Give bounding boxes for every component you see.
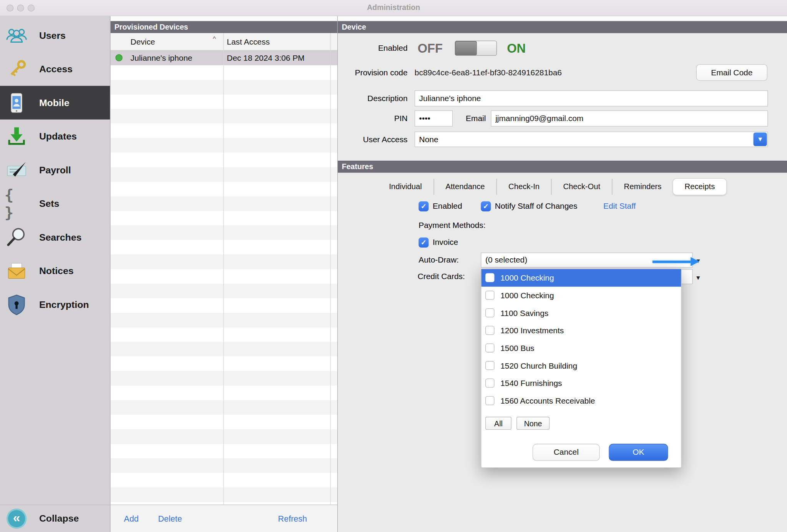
- auto-draw-select[interactable]: (0 selected): [481, 253, 692, 268]
- features-tab-bar: Individual Attendance Check-In Check-Out…: [377, 179, 726, 195]
- delete-device-button[interactable]: Delete: [158, 505, 182, 532]
- sort-ascending-icon[interactable]: ^: [213, 35, 216, 43]
- mobile-icon: [5, 91, 29, 115]
- cancel-button[interactable]: Cancel: [533, 444, 600, 461]
- ok-button[interactable]: OK: [609, 444, 668, 461]
- checkbox-unchecked[interactable]: [485, 361, 495, 370]
- payroll-check-icon: [5, 158, 29, 182]
- tab-receipts[interactable]: Receipts: [673, 179, 727, 195]
- sidebar-item-users[interactable]: Users: [0, 18, 110, 52]
- notify-staff-checkbox[interactable]: ✓: [481, 201, 491, 211]
- email-code-button[interactable]: Email Code: [696, 64, 767, 81]
- collapse-label: Collapse: [39, 513, 79, 524]
- accounts-popup: 1000 Checking 1000 Checking 1100 Savings…: [481, 269, 681, 468]
- account-option-label: 1100 Savings: [500, 304, 548, 322]
- account-option[interactable]: 1560 Accounts Receivable: [481, 392, 681, 410]
- email-label: Email: [453, 110, 486, 126]
- edit-staff-link[interactable]: Edit Staff: [603, 201, 636, 211]
- window-titlebar: Administration: [0, 0, 787, 16]
- sidebar-item-mobile[interactable]: Mobile: [0, 86, 110, 120]
- tab-check-in[interactable]: Check-In: [496, 179, 551, 195]
- chevron-down-icon[interactable]: ▾: [753, 133, 767, 146]
- select-all-button[interactable]: All: [485, 417, 511, 430]
- tab-attendance[interactable]: Attendance: [433, 179, 496, 195]
- column-header-last-access[interactable]: Last Access: [227, 33, 270, 51]
- account-option[interactable]: 1000 Checking: [481, 269, 681, 287]
- credit-cards-label: Credit Cards:: [418, 269, 474, 284]
- sidebar-item-label: Sets: [39, 198, 59, 209]
- account-option[interactable]: 1200 Investments: [481, 322, 681, 339]
- user-access-select[interactable]: None ▾: [415, 131, 768, 147]
- enabled-label: Enabled: [338, 41, 408, 56]
- user-access-label: User Access: [338, 131, 408, 147]
- auto-draw-label: Auto-Draw:: [418, 253, 474, 268]
- account-option[interactable]: 1000 Checking: [481, 287, 681, 304]
- account-option-label: 1520 Church Building: [500, 357, 577, 375]
- tab-individual[interactable]: Individual: [377, 179, 433, 195]
- provisioned-devices-panel: Provisioned Devices Device ^ Last Access…: [110, 16, 338, 532]
- sidebar-item-label: Access: [39, 63, 73, 75]
- key-icon: [5, 57, 29, 81]
- collapse-icon: «: [7, 509, 27, 529]
- column-header-device[interactable]: Device: [131, 33, 155, 51]
- panel-top-strip: [110, 16, 337, 21]
- sidebar-item-access[interactable]: Access: [0, 52, 110, 86]
- sidebar-item-updates[interactable]: Updates: [0, 120, 110, 153]
- description-label: Description: [338, 90, 408, 106]
- annotation-arrow-body: [653, 261, 691, 263]
- user-access-value: None: [419, 135, 438, 143]
- email-input[interactable]: [491, 110, 768, 126]
- device-header: Device: [338, 21, 787, 33]
- pin-input[interactable]: [415, 110, 453, 126]
- checkbox-unchecked[interactable]: [485, 308, 495, 318]
- add-device-button[interactable]: Add: [124, 505, 139, 532]
- checkbox-unchecked[interactable]: [485, 291, 495, 300]
- description-input[interactable]: [415, 90, 768, 106]
- status-online-dot: [115, 54, 122, 61]
- sidebar-item-notices[interactable]: Notices: [0, 254, 110, 288]
- enabled-toggle[interactable]: [455, 41, 497, 56]
- sidebar-item-sets[interactable]: { } Sets: [0, 187, 110, 221]
- select-none-button[interactable]: None: [516, 417, 550, 430]
- account-option-label: 1000 Checking: [500, 269, 554, 287]
- sidebar-item-label: Encryption: [39, 299, 89, 310]
- magnifier-icon: [5, 225, 29, 249]
- account-option-label: 1000 Checking: [500, 287, 554, 304]
- account-option-label: 1560 Accounts Receivable: [500, 392, 595, 410]
- collapse-chevrons: «: [13, 510, 20, 525]
- toggle-knob[interactable]: [455, 41, 477, 55]
- toggle-off-label: OFF: [418, 41, 443, 56]
- checkbox-unchecked[interactable]: [485, 273, 495, 283]
- payment-methods-label: Payment Methods:: [418, 220, 485, 230]
- column-divider: [330, 33, 330, 504]
- account-option-label: 1540 Furnishings: [500, 374, 562, 392]
- dropdown-arrow-icon[interactable]: ▼: [695, 274, 701, 281]
- checkbox-unchecked[interactable]: [485, 326, 495, 335]
- annotation-arrow-head: [691, 257, 699, 266]
- sidebar-item-label: Payroll: [39, 165, 71, 176]
- checkbox-unchecked[interactable]: [485, 379, 495, 388]
- checkbox-unchecked[interactable]: [485, 396, 495, 406]
- invoice-checkbox[interactable]: ✓: [418, 238, 428, 248]
- tab-reminders[interactable]: Reminders: [612, 179, 673, 195]
- sidebar-item-encryption[interactable]: Encryption: [0, 288, 110, 321]
- sidebar-item-label: Users: [39, 30, 66, 41]
- checkbox-unchecked[interactable]: [485, 343, 495, 352]
- enabled-checkbox-label: Enabled: [433, 201, 462, 211]
- account-option[interactable]: 1100 Savings: [481, 304, 681, 322]
- envelope-icon: [5, 259, 29, 283]
- tab-check-out[interactable]: Check-Out: [551, 179, 612, 195]
- refresh-button[interactable]: Refresh: [278, 505, 307, 532]
- sidebar-item-searches[interactable]: Searches: [0, 220, 110, 254]
- download-icon: [5, 124, 29, 148]
- sidebar-item-payroll[interactable]: Payroll: [0, 153, 110, 187]
- administration-window: Administration Users: [0, 0, 787, 532]
- account-option-label: 1200 Investments: [500, 322, 564, 339]
- devices-action-bar: Add Delete Refresh: [110, 505, 337, 532]
- toggle-on-label: ON: [507, 41, 526, 56]
- account-option[interactable]: 1520 Church Building: [481, 357, 681, 375]
- account-option[interactable]: 1540 Furnishings: [481, 374, 681, 392]
- sidebar-collapse-button[interactable]: « Collapse: [0, 505, 110, 532]
- enabled-checkbox[interactable]: ✓: [418, 201, 428, 211]
- account-option[interactable]: 1500 Bus: [481, 339, 681, 357]
